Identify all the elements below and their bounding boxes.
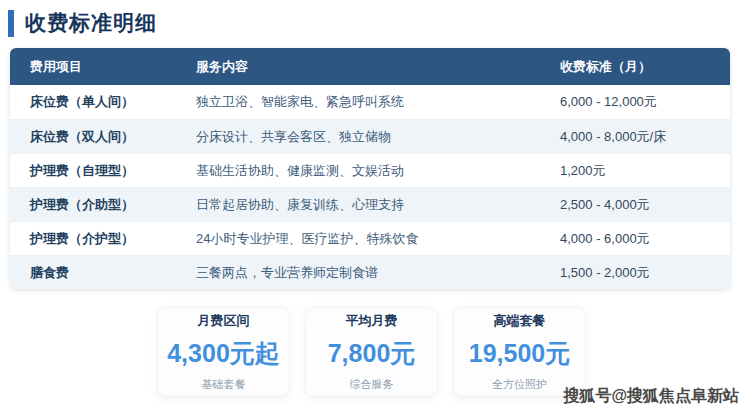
card-label: 月费区间 (198, 312, 250, 330)
table-row: 床位费（双人间） 分床设计、共享会客区、独立储物 4,000 - 8,000元/… (10, 119, 730, 153)
page-title: 收费标准明细 (25, 9, 157, 37)
fee-item-cell: 床位费（双人间） (10, 128, 196, 146)
summary-card-premium-package: 高端套餐 19,500元 全方位照护 (453, 307, 586, 397)
service-cell: 24小时专业护理、医疗监护、特殊饮食 (196, 230, 545, 248)
service-cell: 分床设计、共享会客区、独立储物 (196, 128, 545, 146)
fee-item-cell: 护理费（介助型） (10, 196, 196, 214)
column-header-fee-item: 费用项目 (10, 58, 196, 76)
table-row: 膳食费 三餐两点，专业营养师定制食谱 1,500 - 2,000元 (10, 255, 730, 289)
service-cell: 三餐两点，专业营养师定制食谱 (196, 264, 545, 282)
fee-item-cell: 护理费（介护型） (10, 230, 196, 248)
summary-card-average-monthly: 平均月费 7,800元 综合服务 (305, 307, 438, 397)
title-accent-bar (8, 10, 14, 37)
table-header-row: 费用项目 服务内容 收费标准（月） (10, 48, 730, 85)
card-sublabel: 综合服务 (350, 377, 394, 392)
fee-value-cell: 4,000 - 8,000元/床 (545, 128, 730, 146)
card-value: 7,800元 (328, 337, 416, 370)
table-row: 床位费（单人间） 独立卫浴、智能家电、紧急呼叫系统 6,000 - 12,000… (10, 85, 730, 119)
service-cell: 独立卫浴、智能家电、紧急呼叫系统 (196, 93, 545, 111)
card-value: 4,300元起 (167, 337, 280, 370)
fee-value-cell: 2,500 - 4,000元 (545, 196, 730, 214)
column-header-fee-standard: 收费标准（月） (545, 58, 730, 76)
table-row: 护理费（自理型） 基础生活协助、健康监测、文娱活动 1,200元 (10, 153, 730, 187)
summary-cards: 月费区间 4,300元起 基础套餐 平均月费 7,800元 综合服务 高端套餐 … (157, 307, 586, 397)
card-label: 平均月费 (346, 312, 398, 330)
section-title-bar: 收费标准明细 (8, 9, 157, 37)
card-sublabel: 全方位照护 (492, 377, 547, 392)
watermark: 搜狐号@搜狐焦点阜新站 (563, 386, 739, 407)
fee-value-cell: 1,500 - 2,000元 (545, 264, 730, 282)
card-value: 19,500元 (469, 337, 570, 370)
fee-item-cell: 护理费（自理型） (10, 162, 196, 180)
fee-table: 费用项目 服务内容 收费标准（月） 床位费（单人间） 独立卫浴、智能家电、紧急呼… (10, 48, 730, 289)
card-sublabel: 基础套餐 (202, 377, 246, 392)
column-header-service: 服务内容 (196, 58, 545, 76)
table-row: 护理费（介助型） 日常起居协助、康复训练、心理支持 2,500 - 4,000元 (10, 187, 730, 221)
fee-item-cell: 膳食费 (10, 264, 196, 282)
card-label: 高端套餐 (494, 312, 546, 330)
fee-value-cell: 6,000 - 12,000元 (545, 93, 730, 111)
service-cell: 日常起居协助、康复训练、心理支持 (196, 196, 545, 214)
fee-value-cell: 1,200元 (545, 162, 730, 180)
summary-card-monthly-range: 月费区间 4,300元起 基础套餐 (157, 307, 290, 397)
fee-value-cell: 4,000 - 6,000元 (545, 230, 730, 248)
table-row: 护理费（介护型） 24小时专业护理、医疗监护、特殊饮食 4,000 - 6,00… (10, 221, 730, 255)
service-cell: 基础生活协助、健康监测、文娱活动 (196, 162, 545, 180)
fee-item-cell: 床位费（单人间） (10, 93, 196, 111)
